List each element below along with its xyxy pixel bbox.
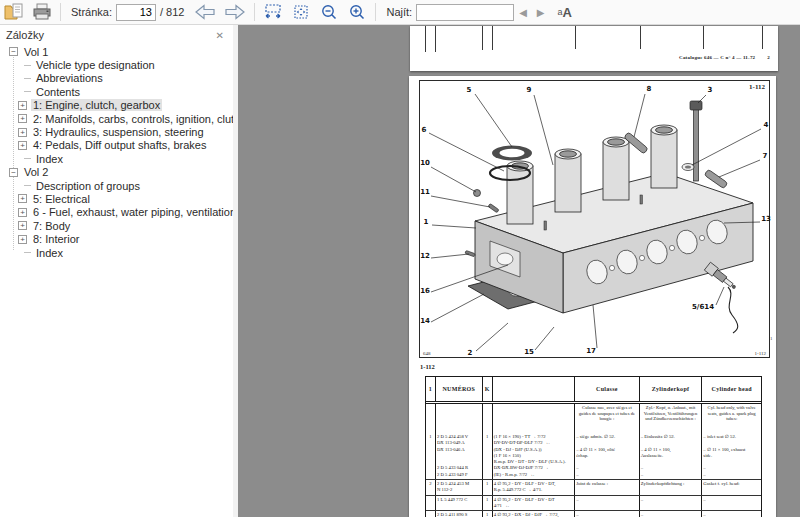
page-number-input[interactable] [116, 4, 156, 21]
callout-number: 5 [467, 86, 472, 94]
next-page-button[interactable] [220, 1, 250, 23]
expand-icon[interactable]: + [18, 101, 27, 110]
bookmark-label: 2: Manifolds, carbs, controls, ignition,… [31, 113, 233, 125]
expand-icon[interactable]: + [18, 194, 27, 203]
table-cell-desc: 4 ∅ 95,2 - DY - DLF - DV - DT,R.p. 5.449… [493, 480, 576, 495]
callout-leader-line [431, 167, 476, 192]
bookmark-label: 8: Interior [31, 233, 81, 245]
bookmark-label: Vol 1 [22, 46, 50, 58]
fit-page-button[interactable] [287, 1, 315, 23]
zoom-out-button[interactable] [315, 1, 343, 23]
callout-number: 11 [420, 188, 430, 196]
table-row: 2 D 5 411 890 SDX 112-8 A114 ∅ 93,2 - DX… [426, 510, 761, 517]
zoom-in-button[interactable] [343, 1, 371, 23]
col-header-culasse: Culasse [575, 377, 640, 401]
bookmark-item[interactable]: +3: Hydraulics, suspension, steering [0, 125, 233, 138]
callout-number: 6 [422, 126, 427, 134]
table-cell-en: – [702, 511, 761, 517]
col-header-k: K [483, 377, 493, 401]
callout-number: 9 [527, 86, 532, 94]
table-cell-desc: 4 ∅ 95,2 - DY - DLF - DV - DT4/71 →. [493, 496, 576, 511]
bookmark-label: 7: Body [31, 220, 72, 232]
diagram-ref-top: 1-112 [749, 83, 765, 91]
bookmark-item[interactable]: −Vol 2 [0, 166, 233, 179]
document-canvas[interactable]: Catalogue 646 — C n° 4 — 11-722 1-112 [238, 25, 800, 517]
page-label: Stránka: [71, 6, 112, 18]
arrow-right-icon [224, 3, 246, 21]
expand-icon[interactable]: + [18, 235, 27, 244]
bookmark-item[interactable]: +8: Interior [0, 232, 233, 245]
bookmark-label: 4: Pedals, Diff output shafts, brakes [31, 139, 208, 151]
bookmark-label: Index [34, 247, 65, 259]
collapse-icon[interactable]: − [9, 168, 18, 177]
expand-icon[interactable]: + [18, 128, 27, 137]
callout-leader-line [431, 196, 490, 207]
diagram-ref-bottom-right: 1-112 [755, 351, 766, 356]
table-cell-fr: Joint de culasse : [575, 480, 640, 495]
find-previous-button[interactable]: ◀ [514, 7, 532, 18]
fit-page-icon [291, 3, 311, 21]
match-case-icon[interactable]: aA [558, 5, 572, 20]
table-cell-numeros: 2 D 5 424 453 MN 112-2 [436, 480, 483, 495]
table-cell-no: 1 [426, 433, 436, 479]
open-file-button[interactable] [0, 1, 28, 23]
tree-connector [24, 185, 31, 186]
callout-number: 14 [420, 317, 430, 325]
table-cell-k: 11 [483, 511, 493, 517]
bookmark-label: 1: Engine, clutch, gearbox [31, 99, 162, 111]
parts-table: 1 NUMÉROS K Culasse Zylinderkopf Cylinde… [425, 376, 762, 517]
find-next-button[interactable]: ▶ [532, 7, 550, 18]
previous-page-number: 2 [767, 55, 770, 60]
bookmark-label: Vehicle type designation [34, 59, 157, 71]
print-button[interactable] [28, 1, 56, 23]
table-cell-en: Gasket f. cyl. head: [702, 480, 761, 495]
bookmark-item[interactable]: Contents [0, 85, 233, 98]
exploded-diagram: 1-112 [419, 80, 770, 358]
bookmark-item[interactable]: +2: Manifolds, carbs, controls, ignition… [0, 112, 233, 125]
col-header-spec [493, 377, 576, 401]
bookmark-item[interactable]: Description of groups [0, 179, 233, 192]
fit-width-button[interactable] [259, 1, 287, 23]
callout-leader-line [716, 287, 724, 305]
bookmark-item[interactable]: Index [0, 246, 233, 259]
bookmark-item[interactable]: Index [0, 152, 233, 165]
bookmark-item[interactable]: Vehicle type designation [0, 58, 233, 71]
intro-fr: Culasse nue, avec sièges et guides de so… [575, 404, 640, 433]
diagram-ref-bottom-left: 648 [423, 351, 431, 356]
arrow-left-icon [194, 3, 216, 21]
callout-number: 3 [708, 86, 713, 94]
open-folder-icon [4, 3, 24, 21]
bookmark-item[interactable]: Abbreviations [0, 72, 233, 85]
expand-icon[interactable]: + [18, 114, 27, 123]
find-input[interactable] [416, 4, 514, 21]
expand-icon[interactable]: + [18, 221, 27, 230]
zoom-out-icon [319, 3, 339, 21]
collapse-icon[interactable]: − [9, 47, 18, 56]
pdf-page-previous: Catalogue 646 — C n° 4 — 11-722 [410, 26, 778, 71]
callout-number: 13 [761, 215, 771, 223]
table-header-row: 1 NUMÉROS K Culasse Zylinderkopf Cylinde… [426, 377, 761, 404]
close-icon[interactable]: ✕ [213, 30, 227, 41]
callout-leader-line [692, 129, 761, 165]
expand-icon[interactable]: + [18, 208, 27, 217]
bookmark-item[interactable]: −Vol 1 [0, 45, 233, 58]
bookmark-item[interactable]: +7: Body [0, 219, 233, 232]
bookmark-label: 5: Electrical [31, 193, 92, 205]
toolbar-separator [375, 3, 376, 21]
tree-connector [24, 78, 31, 79]
intro-de: Zyl.- Kopf, o. Anbaut., mit Ventilsitzen… [640, 404, 703, 433]
table-cell-k: 1 [483, 433, 493, 479]
callout-leader-line [475, 94, 512, 147]
table-cell-numeros: 2 D 5 411 890 SDX 112-8 A [436, 511, 483, 517]
bookmark-item[interactable]: +1: Engine, clutch, gearbox [0, 99, 233, 112]
page-total: / 812 [160, 6, 184, 18]
bookmark-item[interactable]: +4: Pedals, Diff output shafts, brakes [0, 139, 233, 152]
previous-page-button[interactable] [190, 1, 220, 23]
expand-icon[interactable]: + [18, 141, 27, 150]
bookmark-label: 6 - Fuel, exhaust, water piping, ventila… [31, 206, 233, 218]
table-cell-no: 2 [426, 480, 436, 495]
table-cell-desc: (1 F 16 × 190) - TT → 7/72DY-DV-DT-DP-DL… [493, 433, 576, 479]
bookmark-item[interactable]: +6 - Fuel, exhaust, water piping, ventil… [0, 206, 233, 219]
intro-en: Cyl. head only, with valve seats, guides… [702, 404, 761, 433]
bookmark-item[interactable]: +5: Electrical [0, 192, 233, 205]
